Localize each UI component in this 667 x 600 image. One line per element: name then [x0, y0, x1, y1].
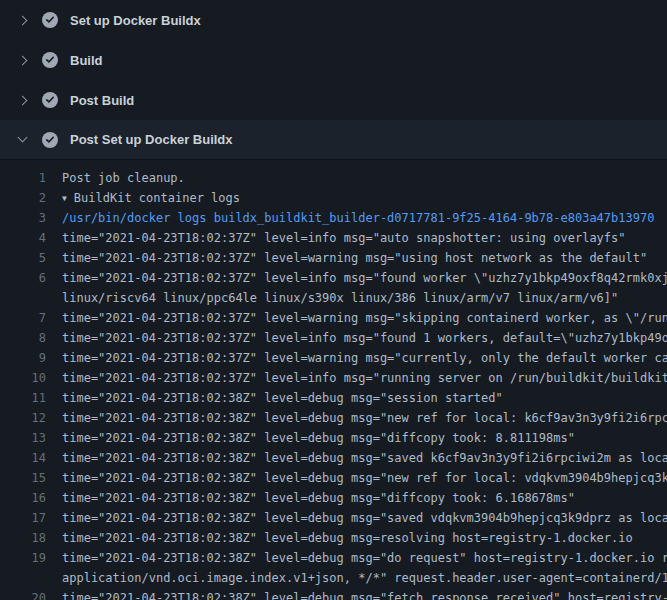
step-success-icon — [42, 132, 58, 148]
step-section-build[interactable]: Build — [0, 40, 667, 80]
log-text: time="2021-04-23T18:02:37Z" level=warnin… — [62, 248, 647, 268]
chevron-right-icon[interactable] — [14, 17, 30, 24]
log-line: 5time="2021-04-23T18:02:37Z" level=warni… — [0, 248, 667, 268]
log-text: time="2021-04-23T18:02:37Z" level=info m… — [62, 268, 667, 288]
line-number[interactable]: 15 — [0, 468, 46, 488]
step-section-post-setup-docker-buildx[interactable]: Post Set up Docker Buildx — [0, 120, 667, 160]
log-line: 13time="2021-04-23T18:02:38Z" level=debu… — [0, 428, 667, 448]
step-section-setup-docker-buildx[interactable]: Set up Docker Buildx — [0, 0, 667, 40]
line-number[interactable]: 16 — [0, 488, 46, 508]
log-text: Post job cleanup. — [62, 168, 185, 188]
chevron-right-icon[interactable] — [14, 57, 30, 64]
log-line-continuation: application/vnd.oci.image.index.v1+json,… — [0, 568, 667, 588]
log-command-line: 3/usr/bin/docker logs buildx_buildkit_bu… — [0, 208, 667, 228]
log-text: time="2021-04-23T18:02:38Z" level=debug … — [62, 448, 667, 468]
actions-log-viewer: Set up Docker Buildx Build Post Build Po… — [0, 0, 667, 600]
log-group-label: BuildKit container logs — [74, 191, 240, 205]
line-number[interactable]: 10 — [0, 368, 46, 388]
line-number[interactable]: 14 — [0, 448, 46, 468]
log-text: time="2021-04-23T18:02:37Z" level=info m… — [62, 328, 667, 348]
step-success-icon — [42, 12, 58, 28]
log-text: linux/riscv64 linux/ppc64le linux/s390x … — [62, 288, 618, 308]
line-number[interactable]: 18 — [0, 528, 46, 548]
line-number[interactable]: 6 — [0, 268, 46, 288]
line-number[interactable]: 12 — [0, 408, 46, 428]
log-line: 17time="2021-04-23T18:02:38Z" level=debu… — [0, 508, 667, 528]
line-number[interactable]: 3 — [0, 208, 46, 228]
log-line: 14time="2021-04-23T18:02:38Z" level=debu… — [0, 448, 667, 468]
log-line: 11time="2021-04-23T18:02:38Z" level=debu… — [0, 388, 667, 408]
log-group-line: 2▼BuildKit container logs — [0, 188, 667, 208]
step-name: Set up Docker Buildx — [70, 13, 201, 28]
line-number[interactable]: 9 — [0, 348, 46, 368]
log-text: time="2021-04-23T18:02:37Z" level=warnin… — [62, 308, 667, 328]
line-number — [0, 568, 46, 588]
log-text: time="2021-04-23T18:02:37Z" level=info m… — [62, 228, 626, 248]
log-line: 4time="2021-04-23T18:02:37Z" level=info … — [0, 228, 667, 248]
line-number[interactable]: 8 — [0, 328, 46, 348]
log-pane: 1Post job cleanup. 2▼BuildKit container … — [0, 160, 667, 600]
log-group-toggle[interactable]: ▼BuildKit container logs — [62, 188, 240, 208]
log-command-text: /usr/bin/docker logs buildx_buildkit_bui… — [62, 208, 654, 228]
log-line: 7time="2021-04-23T18:02:37Z" level=warni… — [0, 308, 667, 328]
step-name: Build — [70, 53, 103, 68]
line-number[interactable]: 1 — [0, 168, 46, 188]
log-line: 19time="2021-04-23T18:02:38Z" level=debu… — [0, 548, 667, 568]
log-text: time="2021-04-23T18:02:38Z" level=debug … — [62, 388, 503, 408]
line-number[interactable]: 4 — [0, 228, 46, 248]
line-number[interactable]: 2 — [0, 188, 46, 208]
log-line: 1Post job cleanup. — [0, 168, 667, 188]
log-text: time="2021-04-23T18:02:37Z" level=warnin… — [62, 348, 667, 368]
log-line: 8time="2021-04-23T18:02:37Z" level=info … — [0, 328, 667, 348]
log-line: 20time="2021-04-23T18:02:38Z" level=debu… — [0, 588, 667, 600]
log-text: application/vnd.oci.image.index.v1+json,… — [62, 568, 667, 588]
log-line: 16time="2021-04-23T18:02:38Z" level=debu… — [0, 488, 667, 508]
log-line: 9time="2021-04-23T18:02:37Z" level=warni… — [0, 348, 667, 368]
log-line: 15time="2021-04-23T18:02:38Z" level=debu… — [0, 468, 667, 488]
line-number[interactable]: 19 — [0, 548, 46, 568]
log-line: 18time="2021-04-23T18:02:38Z" level=debu… — [0, 528, 667, 548]
log-text: time="2021-04-23T18:02:38Z" level=debug … — [62, 588, 667, 600]
step-name: Post Set up Docker Buildx — [70, 132, 233, 147]
log-text: time="2021-04-23T18:02:38Z" level=debug … — [62, 408, 667, 428]
line-number[interactable]: 13 — [0, 428, 46, 448]
step-success-icon — [42, 92, 58, 108]
log-line: 12time="2021-04-23T18:02:38Z" level=debu… — [0, 408, 667, 428]
log-text: time="2021-04-23T18:02:38Z" level=debug … — [62, 428, 575, 448]
chevron-right-icon[interactable] — [14, 97, 30, 104]
chevron-down-icon[interactable] — [14, 138, 30, 141]
line-number — [0, 288, 46, 308]
line-number[interactable]: 11 — [0, 388, 46, 408]
log-line-continuation: linux/riscv64 linux/ppc64le linux/s390x … — [0, 288, 667, 308]
step-list: Set up Docker Buildx Build Post Build Po… — [0, 0, 667, 160]
line-number[interactable]: 5 — [0, 248, 46, 268]
line-number[interactable]: 7 — [0, 308, 46, 328]
log-text: time="2021-04-23T18:02:38Z" level=debug … — [62, 548, 667, 568]
log-text: time="2021-04-23T18:02:37Z" level=info m… — [62, 368, 667, 388]
log-text: time="2021-04-23T18:02:38Z" level=debug … — [62, 488, 575, 508]
step-success-icon — [42, 52, 58, 68]
line-number[interactable]: 17 — [0, 508, 46, 528]
log-text: time="2021-04-23T18:02:38Z" level=debug … — [62, 528, 633, 548]
log-line: 6time="2021-04-23T18:02:37Z" level=info … — [0, 268, 667, 288]
line-number[interactable]: 20 — [0, 588, 46, 600]
triangle-down-icon: ▼ — [62, 189, 67, 208]
log-text: time="2021-04-23T18:02:38Z" level=debug … — [62, 508, 667, 528]
log-text: time="2021-04-23T18:02:38Z" level=debug … — [62, 468, 667, 488]
step-section-post-build[interactable]: Post Build — [0, 80, 667, 120]
log-line: 10time="2021-04-23T18:02:37Z" level=info… — [0, 368, 667, 388]
step-name: Post Build — [70, 93, 134, 108]
